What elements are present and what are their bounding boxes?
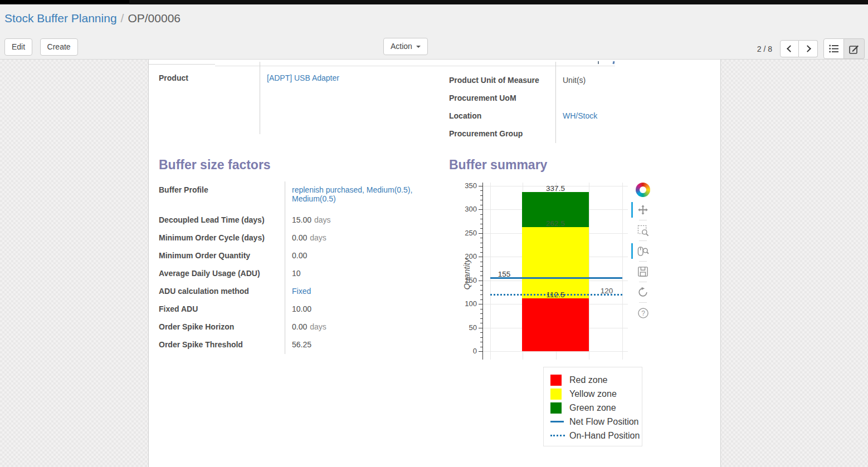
y-tick-label: 250: [460, 229, 477, 237]
y-minor-tick: [480, 214, 482, 215]
spike-horizon-unit: days: [310, 322, 326, 331]
y-major-tick: [479, 351, 482, 352]
bokeh-logo[interactable]: [636, 183, 650, 197]
box-zoom-icon: [637, 225, 649, 237]
buffer-profile-link[interactable]: replenish purchased, Medium(0.5), Medium…: [292, 185, 412, 203]
wheel-zoom-icon: [637, 245, 649, 257]
dlt-unit: days: [314, 215, 331, 224]
y-tick-label: 350: [460, 181, 477, 190]
legend-label: Green zone: [569, 403, 616, 413]
legend-label: Net Flow Position: [569, 417, 639, 427]
edit-button[interactable]: Edit: [4, 38, 32, 56]
y-tick-label: 300: [460, 205, 477, 213]
x-gridline: [589, 183, 589, 360]
wheel-zoom-tool-button[interactable]: [635, 243, 651, 259]
adu-method-link[interactable]: Fixed: [292, 287, 311, 296]
y-major-tick: [479, 186, 482, 186]
y-axis-line: [482, 183, 483, 360]
on-hand-dotted-swatch: [550, 435, 569, 436]
reset-tool-button[interactable]: [635, 284, 651, 301]
pager-previous-button[interactable]: [780, 40, 799, 57]
y-major-tick: [479, 281, 482, 281]
field-label-product-uom: Product Unit of Measure: [449, 72, 555, 90]
y-minor-tick: [480, 309, 482, 309]
chart-legend: Red zoneYellow zoneGreen zoneNet Flow Po…: [543, 367, 642, 446]
breadcrumb-separator: /: [117, 12, 128, 24]
y-major-tick: [479, 328, 482, 328]
y-major-tick: [479, 233, 482, 234]
field-label-location: Location: [449, 107, 555, 125]
x-gridline: [622, 183, 623, 360]
chart-annotation: 337.5: [546, 184, 565, 193]
top-navbar-active-segment: [0, 0, 129, 4]
green-zone-swatch: [550, 402, 569, 414]
field-label-procurement-uom: Procurement UoM: [449, 90, 555, 107]
chevron-left-icon: [787, 45, 794, 52]
y-minor-tick: [480, 290, 482, 291]
yellow-zone: [522, 227, 589, 298]
form-buttons: Edit Create: [4, 38, 83, 56]
action-dropdown: Action: [383, 38, 428, 55]
red-zone: [522, 298, 589, 351]
field-label-spike-horizon: Order Spike Horizon: [159, 318, 285, 336]
breadcrumb-parent-link[interactable]: Stock Buffer Planning: [4, 12, 117, 24]
legend-item: Net Flow Position: [550, 415, 642, 429]
y-minor-tick: [480, 342, 482, 342]
min-order-qty-value: 0.00: [292, 251, 307, 260]
control-panel: Stock Buffer Planning/OP/00006 Edit Crea…: [0, 4, 868, 60]
location-link[interactable]: WH/Stock: [563, 111, 597, 120]
save-icon: [637, 266, 648, 277]
y-major-tick: [479, 304, 482, 304]
y-minor-tick: [480, 224, 482, 224]
y-minor-tick: [480, 276, 482, 276]
reset-icon: [637, 287, 648, 298]
legend-item: Green zone: [550, 401, 642, 415]
edit-form-icon: [849, 44, 859, 54]
field-label-buffer-profile: Buffer Profile: [159, 181, 285, 212]
pan-icon: [637, 204, 648, 215]
field-groups: Product [ADPT] USB Adapter Product Unit …: [159, 62, 710, 143]
breadcrumb: Stock Buffer Planning/OP/00006: [4, 12, 181, 25]
buffer-size-factors-title: Buffer size factors: [159, 158, 449, 173]
box-zoom-tool-button[interactable]: [635, 222, 651, 239]
list-icon: [829, 45, 839, 53]
y-minor-tick: [480, 243, 482, 243]
y-minor-tick: [480, 219, 482, 219]
legend-item: Red zone: [550, 373, 642, 387]
pager-and-views: 2 / 8: [757, 38, 865, 59]
lower-sections: Buffer size factors Buffer Profile reple…: [159, 143, 710, 460]
y-minor-tick: [480, 247, 482, 248]
help-tool-button[interactable]: ?: [635, 304, 651, 321]
field-label-procurement-group: Procurement Group: [449, 125, 555, 143]
adu-value: 10: [292, 269, 301, 278]
yellow-zone-swatch: [550, 389, 569, 400]
fixed-adu-value: 10.00: [292, 304, 311, 313]
pan-tool-button[interactable]: [635, 201, 651, 218]
y-gridline: [483, 351, 628, 352]
y-minor-tick: [480, 318, 482, 319]
save-tool-button[interactable]: [635, 263, 651, 280]
x-gridline: [490, 183, 491, 360]
y-minor-tick: [480, 266, 482, 267]
legend-item: Yellow zone: [550, 387, 642, 401]
field-label-min-order-qty: Minimum Order Quantity: [159, 247, 285, 265]
y-minor-tick: [480, 200, 482, 200]
y-tick-label: 100: [460, 299, 477, 308]
field-label-min-order-cycle: Minimum Order Cycle (days): [159, 229, 285, 247]
create-button[interactable]: Create: [40, 38, 78, 56]
pager-next-button[interactable]: [799, 40, 818, 57]
list-view-button[interactable]: [823, 38, 844, 59]
help-icon: ?: [637, 307, 649, 319]
y-minor-tick: [480, 271, 482, 272]
product-link[interactable]: [ADPT] USB Adapter: [267, 73, 339, 82]
y-minor-tick: [480, 252, 482, 253]
chart-annotation: 120: [601, 287, 613, 295]
y-tick-label: 50: [460, 323, 477, 332]
action-button[interactable]: Action: [383, 38, 428, 55]
field-label-fixed-adu: Fixed ADU: [159, 301, 285, 318]
y-minor-tick: [480, 332, 482, 333]
y-minor-tick: [480, 262, 482, 262]
y-tick-label: 200: [460, 252, 477, 260]
legend-items: Red zoneYellow zoneGreen zoneNet Flow Po…: [550, 373, 642, 443]
form-view-button[interactable]: [844, 38, 865, 59]
